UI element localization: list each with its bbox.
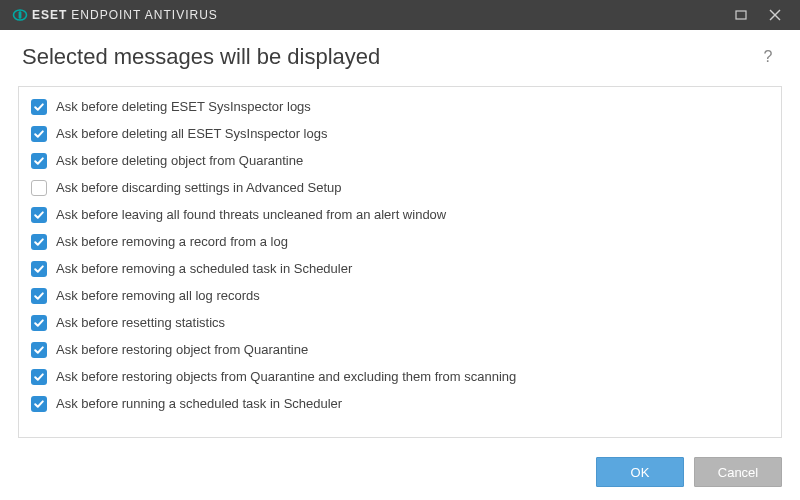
list-item-label: Ask before deleting object from Quaranti… [56, 153, 303, 168]
checkbox[interactable] [31, 315, 47, 331]
checkbox[interactable] [31, 99, 47, 115]
checkbox[interactable] [31, 153, 47, 169]
brand: ESET ENDPOINT ANTIVIRUS [12, 7, 218, 23]
brand-logo-icon [12, 7, 28, 23]
list-item-label: Ask before restoring objects from Quaran… [56, 369, 516, 384]
window-close-button[interactable] [758, 0, 792, 30]
cancel-button-label: Cancel [718, 465, 758, 480]
list-item-label: Ask before removing a scheduled task in … [56, 261, 352, 276]
ok-button-label: OK [631, 465, 650, 480]
list-item[interactable]: Ask before removing a record from a log [29, 228, 773, 255]
list-item[interactable]: Ask before leaving all found threats unc… [29, 201, 773, 228]
checkbox[interactable] [31, 207, 47, 223]
page-title: Selected messages will be displayed [22, 44, 758, 70]
checkbox[interactable] [31, 342, 47, 358]
list-item[interactable]: Ask before deleting ESET SysInspector lo… [29, 93, 773, 120]
list-item[interactable]: Ask before deleting object from Quaranti… [29, 147, 773, 174]
list-item-label: Ask before deleting ESET SysInspector lo… [56, 99, 311, 114]
ok-button[interactable]: OK [596, 457, 684, 487]
list-item[interactable]: Ask before discarding settings in Advanc… [29, 174, 773, 201]
list-item-label: Ask before leaving all found threats unc… [56, 207, 446, 222]
svg-rect-2 [736, 11, 746, 19]
list-item[interactable]: Ask before removing all log records [29, 282, 773, 309]
list-item[interactable]: Ask before restoring objects from Quaran… [29, 363, 773, 390]
checkbox[interactable] [31, 396, 47, 412]
titlebar: ESET ENDPOINT ANTIVIRUS [0, 0, 800, 30]
product-name: ENDPOINT ANTIVIRUS [71, 8, 217, 22]
cancel-button[interactable]: Cancel [694, 457, 782, 487]
checkbox[interactable] [31, 288, 47, 304]
list-item-label: Ask before deleting all ESET SysInspecto… [56, 126, 327, 141]
message-list-scroll[interactable]: Ask before deleting ESET SysInspector lo… [19, 87, 781, 437]
message-list-panel: Ask before deleting ESET SysInspector lo… [18, 86, 782, 438]
list-item[interactable]: Ask before resetting statistics [29, 309, 773, 336]
checkbox[interactable] [31, 261, 47, 277]
help-button[interactable]: ? [758, 48, 778, 66]
checkbox[interactable] [31, 369, 47, 385]
list-item-label: Ask before running a scheduled task in S… [56, 396, 342, 411]
list-item[interactable]: Ask before removing a scheduled task in … [29, 255, 773, 282]
dialog-footer: OK Cancel [0, 444, 800, 500]
brand-name: ESET [32, 8, 67, 22]
minimize-icon [735, 9, 747, 21]
close-icon [769, 9, 781, 21]
list-item-label: Ask before removing all log records [56, 288, 260, 303]
list-item[interactable]: Ask before running a scheduled task in S… [29, 390, 773, 417]
list-item-label: Ask before restoring object from Quarant… [56, 342, 308, 357]
list-item[interactable]: Ask before restoring object from Quarant… [29, 336, 773, 363]
window-minimize-button[interactable] [724, 0, 758, 30]
help-icon: ? [764, 48, 773, 65]
heading-row: Selected messages will be displayed ? [0, 30, 800, 80]
checkbox[interactable] [31, 234, 47, 250]
list-item-label: Ask before resetting statistics [56, 315, 225, 330]
svg-rect-1 [19, 11, 22, 19]
list-item-label: Ask before removing a record from a log [56, 234, 288, 249]
list-item[interactable]: Ask before deleting all ESET SysInspecto… [29, 120, 773, 147]
list-item-label: Ask before discarding settings in Advanc… [56, 180, 341, 195]
checkbox[interactable] [31, 126, 47, 142]
checkbox[interactable] [31, 180, 47, 196]
